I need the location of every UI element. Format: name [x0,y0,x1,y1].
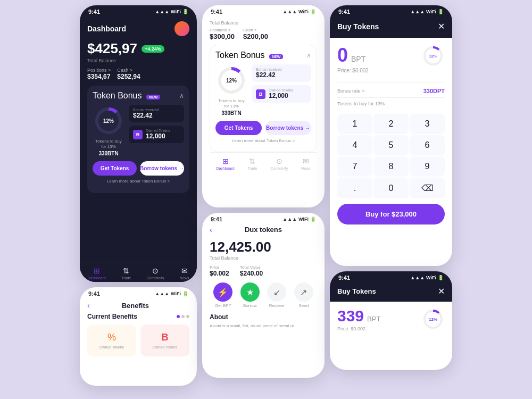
token-bonus-light-card: Token Bonus NEW ∧ 12% [210,45,317,152]
bonus-received-box: Bonus received $22.42 [129,105,184,122]
nav-community-light[interactable]: ⊙ Comminity [270,157,288,170]
balance-value: $425,97 [87,40,137,57]
tokens-for-value: 330DPT [423,88,445,94]
home-icon: ⊞ [94,267,100,275]
borrow-action[interactable]: ★ Borrow [240,282,260,308]
num-3[interactable]: 3 [410,114,445,134]
bpt-currency: BPT [351,55,365,63]
wifi-icon: WiFi [171,9,181,14]
close-button-6[interactable]: ✕ [438,286,445,296]
num-0[interactable]: 0 [373,178,409,198]
dashboard-header: Dashboard [87,21,189,36]
nav-dashboard[interactable]: ⊞ Dashboard [88,267,106,280]
collapse-icon[interactable]: ∧ [179,92,184,99]
get-tokens-button-light[interactable]: Get Tokens [215,121,262,135]
phone-benefits: 9:41 ▲▲▲ WiFi 🔋 ‹ Benefits Current Benef… [80,287,197,386]
learn-more-link-light[interactable]: Learn more about Token Bonus > [215,138,311,143]
num-backspace[interactable]: ⌫ [410,178,445,198]
send-action[interactable]: ↗ Send [294,282,313,308]
donut-chart: 12% [93,105,124,137]
get-bpt-button[interactable]: ⚡ [213,282,232,302]
dux-title: Dux tokens [245,226,282,234]
wifi-icon-4: WiFi [171,291,181,296]
about-text: A coin is a small, flat, round piece of … [210,323,317,329]
signal-icon-4: ▲▲▲ [155,291,169,296]
positions-light[interactable]: Positions > $300,00 [210,28,235,40]
cash-light[interactable]: Cash > $200,00 [243,28,268,40]
phone-token-bonus-light: 9:41 ▲▲▲ WiFi 🔋 Total Balance Positions … [202,5,325,207]
cash-item[interactable]: Cash > $252,94 [117,68,140,80]
bonus-right: Bonus received $22.42 B Owned Tokens 12,… [129,105,184,157]
borrow-tokens-button[interactable]: Borrow tokens → [140,161,184,176]
tokens-to-buy-value: 330BTN [95,150,121,157]
num-2[interactable]: 2 [373,114,409,134]
balance-display: $425,97 +4.24% [87,40,189,57]
action-buttons-light: Get Tokens Borrow tokens → [215,121,311,135]
token-bonus-card: Token Bonus NEW ∧ 12% [87,86,189,193]
token-bonus-title: Token Bonus NEW [93,91,160,101]
status-bar-2: 9:41 ▲▲▲ WiFi 🔋 [202,5,325,17]
time-5: 9:41 [211,216,222,222]
news-icon-light: ✉ [303,157,309,165]
time-3: 9:41 [338,9,350,15]
phone-buy-tokens-small: 9:41 ▲▲▲ WiFi 🔋 Buy Tokens ✕ 339 BPT Pri… [330,271,452,370]
learn-more-link[interactable]: Learn more about Token Bonus > [93,179,184,184]
signal-icon-5: ▲▲▲ [282,217,297,222]
receive-action[interactable]: ↙ Recieve [267,282,286,308]
time-6: 9:41 [338,275,350,281]
nav-community[interactable]: ⊙ Comminity [146,267,164,280]
current-benefits-title: Current Benefits [87,313,137,320]
back-button-4[interactable]: ‹ [87,301,90,310]
nav-trade-light[interactable]: ⇅ Trade [247,157,257,170]
num-dot[interactable]: . [337,178,372,198]
back-button-5[interactable]: ‹ [210,226,212,234]
signal-icon-2: ▲▲▲ [282,9,297,14]
borrow-button[interactable]: ★ [240,282,260,302]
battery-icon-2: 🔋 [310,9,316,14]
benefit-card-2[interactable]: B Owned Tokens [140,325,189,356]
collapse-icon-light[interactable]: ∧ [306,52,311,59]
tokens-to-buy-value-light: 330BTN [218,110,244,117]
receive-button[interactable]: ↙ [267,282,286,302]
donut-label-3: 12% [429,54,437,59]
send-button[interactable]: ↗ [294,282,313,302]
buy-tokens-header-6: Buy Tokens ✕ [330,283,452,302]
positions-label: Positions > [87,68,111,73]
token-bonus-header: Token Bonus NEW ∧ [93,91,184,101]
benefit-label-2: Owned Tokens [153,345,177,349]
time-1: 9:41 [88,9,100,15]
nav-trade[interactable]: ⇅ Trade [121,267,131,280]
bonus-rate-row: Bonus rate > 330DPT [337,85,445,98]
num-8[interactable]: 8 [373,156,409,177]
avatar[interactable] [174,21,189,36]
get-tokens-button[interactable]: Get Tokens [93,161,137,176]
num-4[interactable]: 4 [337,135,372,155]
close-button[interactable]: ✕ [438,21,445,31]
buy-for-button[interactable]: Buy for $23,000 [337,204,445,225]
owned-info-light: Owned Tokens 12,000 [269,88,293,99]
get-bpt-label: Get BPT [215,303,231,308]
b-icon-light: B [256,89,265,99]
benefits-header: ‹ Benefits [80,299,197,311]
dot-2 [181,315,185,318]
get-bpt-action[interactable]: ⚡ Get BPT [213,282,232,308]
nav-dashboard-light[interactable]: ⊞ Dashboard [216,157,234,170]
bottom-nav-light: ⊞ Dashboard ⇅ Trade ⊙ Comminity ✉ News [210,152,317,172]
positions-item[interactable]: Positions > $354,67 [87,68,111,80]
num-7[interactable]: 7 [337,156,372,177]
nav-news[interactable]: ✉ News [180,267,189,280]
benefit-card-1[interactable]: % Owned Tokens [87,325,136,356]
nav-news-light[interactable]: ✉ News [301,157,311,170]
borrow-tokens-button-light[interactable]: Borrow tokens → [265,121,311,135]
total-balance-label: Total Balance [87,58,189,63]
num-5[interactable]: 5 [373,135,409,155]
b-icon: B [133,130,143,139]
num-9[interactable]: 9 [410,156,445,177]
nav-trade-label: Trade [121,276,131,280]
action-buttons: Get Tokens Borrow tokens → [93,161,184,176]
num-6[interactable]: 6 [410,135,445,155]
status-icons-3: ▲▲▲ WiFi 🔋 [410,9,444,14]
battery-icon-6: 🔋 [438,275,444,280]
num-1[interactable]: 1 [337,114,372,134]
benefit-label-1: Owned Tokens [99,345,124,349]
